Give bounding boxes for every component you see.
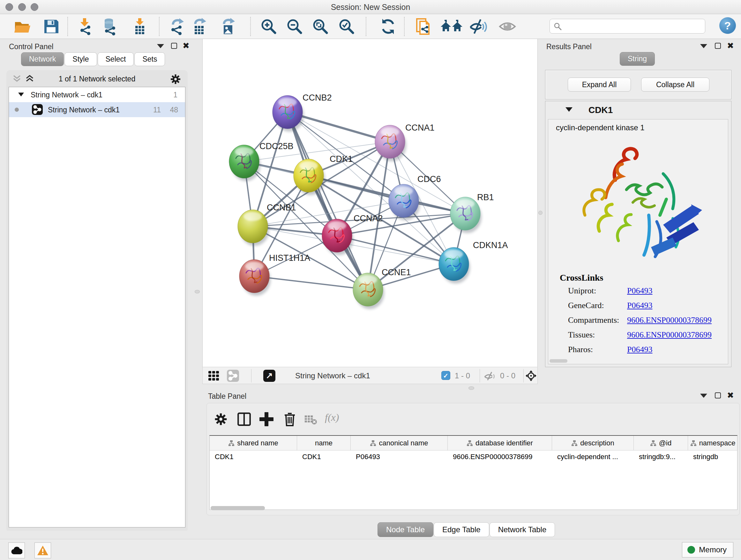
- expand-all-button[interactable]: Expand All: [568, 78, 631, 91]
- node-CCNE1[interactable]: [353, 273, 384, 309]
- tab-string[interactable]: String: [620, 52, 655, 66]
- export-network-icon[interactable]: [169, 17, 186, 36]
- results-panel-collapse-icon[interactable]: [700, 44, 707, 48]
- table-cell[interactable]: CDK1: [210, 450, 297, 464]
- tab-network-table[interactable]: Network Table: [489, 522, 555, 537]
- export-image-icon[interactable]: [219, 17, 238, 36]
- node-CCNB2[interactable]: [273, 96, 304, 132]
- table-panel-collapse-icon[interactable]: [700, 394, 707, 398]
- control-panel-collapse-icon[interactable]: [157, 44, 164, 48]
- import-table-file-icon[interactable]: [131, 17, 149, 36]
- node-CCNA2[interactable]: [322, 219, 353, 255]
- memory-button[interactable]: Memory: [682, 542, 733, 557]
- selected-checkbox-icon[interactable]: ✓: [441, 371, 450, 380]
- column-header-shared-name[interactable]: shared name: [210, 436, 297, 450]
- zoom-selected-icon[interactable]: [338, 17, 355, 36]
- column-header-namespace[interactable]: namespace: [688, 436, 738, 450]
- function-builder-icon[interactable]: f(x): [325, 412, 339, 423]
- add-column-icon[interactable]: [259, 412, 273, 426]
- hide-selected-eye-icon[interactable]: [469, 17, 487, 36]
- tab-network[interactable]: Network: [21, 52, 64, 66]
- edge-CDK1-RB1[interactable]: [309, 176, 465, 213]
- tab-style[interactable]: Style: [64, 52, 97, 66]
- table-cell[interactable]: CDK1: [297, 450, 351, 464]
- node-CDKN1A[interactable]: [439, 247, 470, 284]
- string-share-icon-disabled[interactable]: [227, 370, 239, 382]
- right-splitter-handle[interactable]: [538, 211, 542, 215]
- edge-CCNE1-HIST1H1A[interactable]: [254, 276, 368, 290]
- save-session-icon[interactable]: [42, 17, 60, 36]
- cloud-button[interactable]: [8, 543, 25, 558]
- control-panel-close-icon[interactable]: ✖: [183, 43, 190, 49]
- hidden-eye-icon[interactable]: [484, 371, 497, 381]
- zoom-in-icon[interactable]: [260, 17, 278, 36]
- left-splitter-handle[interactable]: [195, 290, 200, 294]
- gene-header-row[interactable]: CDK1: [545, 101, 731, 118]
- table-panel-float-icon[interactable]: [715, 392, 721, 398]
- node-label-RB1: RB1: [477, 192, 494, 202]
- column-header-database-identifier[interactable]: database identifier: [448, 436, 552, 450]
- column-header-description[interactable]: description: [552, 436, 634, 450]
- network-graph[interactable]: CCNB2CCNA1CDC25BCDK1CDC6RB1CCNB1CCNA2CDK…: [203, 39, 537, 366]
- table-row[interactable]: CDK1CDK1P064939606.ENSP00000378699cyclin…: [210, 450, 737, 464]
- results-scrollbar[interactable]: [549, 359, 567, 363]
- collapse-all-button[interactable]: Collapse All: [641, 78, 710, 91]
- crosslink-value-link[interactable]: P06493: [627, 301, 652, 310]
- tab-node-table[interactable]: Node Table: [378, 522, 433, 537]
- node-label-CDC6: CDC6: [417, 174, 441, 184]
- table-horizontal-scrollbar[interactable]: [211, 506, 265, 510]
- crosshair-icon[interactable]: [526, 370, 536, 381]
- table-cell[interactable]: stringdb: [688, 450, 738, 464]
- tab-select[interactable]: Select: [98, 52, 134, 66]
- share-document-icon[interactable]: [415, 17, 433, 36]
- results-panel-float-icon[interactable]: [715, 43, 721, 49]
- crosslink-value-link[interactable]: 9606.ENSP00000378699: [627, 330, 712, 340]
- gene-disclosure-triangle-icon[interactable]: [565, 107, 573, 112]
- control-panel-float-icon[interactable]: [171, 43, 177, 49]
- table-cell[interactable]: cyclin-dependent ...: [552, 450, 634, 464]
- node-CCNA1[interactable]: [375, 125, 406, 161]
- import-network-file-icon[interactable]: [77, 17, 94, 36]
- column-header-@id[interactable]: @id: [634, 436, 688, 450]
- zoom-fit-icon[interactable]: [312, 17, 329, 36]
- node-CDC25B[interactable]: [229, 145, 260, 181]
- show-eye-icon[interactable]: [498, 17, 516, 36]
- column-header-name[interactable]: name: [297, 436, 351, 450]
- import-network-database-icon[interactable]: [101, 17, 119, 36]
- crosslink-value-link[interactable]: P06493: [627, 286, 652, 296]
- crosslink-value-link[interactable]: 9606.ENSP00000378699: [627, 315, 712, 325]
- disclosure-triangle-icon[interactable]: [18, 92, 24, 97]
- delete-trash-icon[interactable]: [283, 412, 297, 426]
- crosslink-value-link[interactable]: P06493: [627, 345, 652, 354]
- table-cell[interactable]: P06493: [351, 450, 448, 464]
- network-canvas[interactable]: CCNB2CCNA1CDC25BCDK1CDC6RB1CCNB1CCNA2CDK…: [202, 39, 538, 367]
- external-link-icon[interactable]: ↗: [263, 370, 275, 382]
- table-cell[interactable]: stringdb:9...: [634, 450, 688, 464]
- warning-button[interactable]: [35, 543, 51, 558]
- column-header-canonical-name[interactable]: canonical name: [351, 436, 448, 450]
- node-RB1[interactable]: [450, 197, 482, 233]
- table-panel-close-icon[interactable]: ✖: [727, 392, 734, 398]
- grid-icon[interactable]: [208, 371, 219, 381]
- results-panel-close-icon[interactable]: ✖: [727, 43, 734, 49]
- zoom-out-icon[interactable]: [286, 17, 304, 36]
- node-CDK1[interactable]: [293, 159, 325, 195]
- memory-status-dot: [687, 546, 695, 554]
- table-gear-icon[interactable]: [214, 412, 228, 426]
- help-icon[interactable]: ?: [719, 17, 736, 34]
- table-cell[interactable]: 9606.ENSP00000378699: [448, 450, 552, 464]
- refresh-icon[interactable]: [379, 17, 397, 36]
- search-input[interactable]: [564, 20, 701, 33]
- network-collection-row[interactable]: String Network – cdk1 1: [9, 87, 185, 102]
- open-session-icon[interactable]: [13, 17, 31, 36]
- select-columns-icon[interactable]: [237, 412, 251, 426]
- network-row-selected[interactable]: String Network – cdk1 11 48: [9, 102, 185, 117]
- tab-edge-table[interactable]: Edge Table: [434, 522, 489, 537]
- gear-icon[interactable]: [170, 73, 181, 85]
- export-table-icon[interactable]: [191, 17, 209, 36]
- delete-table-icon[interactable]: [304, 414, 317, 425]
- home-network-icon[interactable]: [441, 17, 458, 36]
- node-HIST1H1A[interactable]: [239, 260, 271, 296]
- horizontal-splitter-handle[interactable]: [468, 386, 474, 390]
- tab-sets[interactable]: Sets: [134, 52, 165, 66]
